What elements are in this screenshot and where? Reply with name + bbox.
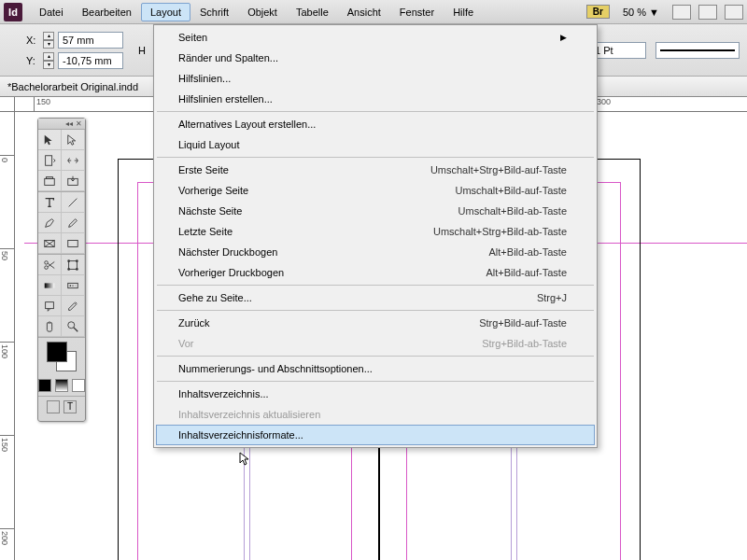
menu-shortcut: Umschalt+Bild-auf-Taste xyxy=(455,185,567,196)
ruler-vertical[interactable]: 050100150200 xyxy=(0,112,15,560)
menu-shortcut: Alt+Bild-ab-Taste xyxy=(489,246,567,258)
menu-item[interactable]: ZurückStrg+Bild-auf-Taste xyxy=(156,313,595,333)
menu-item-label: Vorheriger Druckbogen xyxy=(178,267,284,278)
apply-none-icon[interactable] xyxy=(72,379,85,392)
page-tool[interactable] xyxy=(38,150,62,171)
content-placer-tool[interactable] xyxy=(62,171,85,191)
menu-item[interactable]: Hilfslinien erstellen... xyxy=(156,89,595,109)
svg-point-15 xyxy=(76,268,78,271)
stroke-weight-select[interactable]: 1 Pt xyxy=(590,42,646,59)
fill-stroke-indicator[interactable] xyxy=(47,342,77,371)
ruler-tick: 150 xyxy=(0,435,15,452)
svg-line-23 xyxy=(74,327,78,330)
view-mode-icon[interactable] xyxy=(672,5,691,20)
ruler-tick: 100 xyxy=(0,342,15,358)
menu-item-label: Erste Seite xyxy=(178,164,229,175)
zoom-tool[interactable] xyxy=(62,316,85,337)
menu-item[interactable]: Hilfslinien... xyxy=(156,68,595,89)
y-label: Y: xyxy=(26,55,39,66)
svg-rect-21 xyxy=(46,301,54,308)
hand-tool[interactable] xyxy=(38,316,62,337)
menu-item[interactable]: Inhaltsverzeichnis... xyxy=(156,384,595,404)
menu-item: Inhaltsverzeichnis aktualisieren xyxy=(156,404,595,425)
menu-item[interactable]: Gehe zu Seite...Strg+J xyxy=(156,287,595,308)
menu-item[interactable]: Nächster DruckbogenAlt+Bild-ab-Taste xyxy=(156,242,595,262)
menu-item[interactable]: Ränder und Spalten... xyxy=(156,48,595,68)
menu-item[interactable]: Vorheriger DruckbogenAlt+Bild-auf-Taste xyxy=(156,262,595,283)
menu-item-label: Alternatives Layout erstellen... xyxy=(178,119,316,130)
pencil-tool[interactable] xyxy=(62,213,85,233)
rectangle-frame-tool[interactable] xyxy=(38,233,62,254)
menu-layout[interactable]: Layout xyxy=(141,3,190,21)
x-spinner[interactable]: ▴▾ xyxy=(43,32,54,49)
menu-item[interactable]: Vorherige SeiteUmschalt+Bild-auf-Taste xyxy=(156,180,595,201)
menu-schrift[interactable]: Schrift xyxy=(190,3,238,21)
menu-objekt[interactable]: Objekt xyxy=(238,3,287,21)
close-icon[interactable]: ✕ xyxy=(76,119,82,128)
menu-item[interactable]: Letzte SeiteUmschalt+Strg+Bild-ab-Taste xyxy=(156,221,595,242)
menu-shortcut: Umschalt+Bild-ab-Taste xyxy=(458,205,567,217)
screen-mode-icon[interactable] xyxy=(698,5,717,20)
pen-tool[interactable] xyxy=(38,213,62,233)
arrange-icon[interactable] xyxy=(725,5,743,20)
x-label: X: xyxy=(26,35,39,46)
menu-item[interactable]: Liquid Layout xyxy=(156,134,595,155)
menu-fenster[interactable]: Fenster xyxy=(390,3,444,21)
ruler-origin[interactable] xyxy=(0,97,15,112)
menu-shortcut: Strg+Bild-auf-Taste xyxy=(479,317,567,329)
menu-ansicht[interactable]: Ansicht xyxy=(338,3,390,21)
rectangle-tool[interactable] xyxy=(62,233,85,254)
menu-item[interactable]: Nummerierungs- und Abschnittsoptionen... xyxy=(156,358,595,379)
svg-rect-16 xyxy=(45,283,55,287)
menu-item-label: Nächster Druckbogen xyxy=(178,246,277,258)
menu-shortcut: Umschalt+Strg+Bild-auf-Taste xyxy=(430,164,567,175)
menu-shortcut: Strg+J xyxy=(537,292,567,303)
stroke-style-select[interactable] xyxy=(655,42,740,59)
menu-item-label: Gehe zu Seite... xyxy=(178,292,252,303)
text-format-icon[interactable]: T xyxy=(63,400,77,413)
apply-color-icon[interactable] xyxy=(38,379,51,392)
menu-tabelle[interactable]: Tabelle xyxy=(287,3,338,21)
y-spinner[interactable]: ▴▾ xyxy=(43,52,54,69)
container-format-icon[interactable] xyxy=(47,400,60,413)
menu-item[interactable]: Nächste SeiteUmschalt+Bild-ab-Taste xyxy=(156,201,595,221)
bridge-button[interactable]: Br xyxy=(586,5,610,19)
gradient-feather-tool[interactable] xyxy=(62,275,85,296)
toolbox-header[interactable]: ◂◂ ✕ xyxy=(38,119,85,130)
eyedropper-tool[interactable] xyxy=(62,296,85,316)
ruler-tick: 200 xyxy=(0,528,15,545)
note-tool[interactable] xyxy=(38,296,62,316)
menu-item-label: Hilfslinien erstellen... xyxy=(178,93,273,105)
apply-gradient-icon[interactable] xyxy=(55,379,68,392)
gap-tool[interactable] xyxy=(62,150,85,171)
svg-point-9 xyxy=(45,260,49,264)
menu-item[interactable]: Erste SeiteUmschalt+Strg+Bild-auf-Taste xyxy=(156,160,595,180)
menu-item[interactable]: Inhaltsverzeichnisformate... xyxy=(156,425,595,445)
ruler-tick: 50 xyxy=(0,248,15,260)
menu-item: VorStrg+Bild-ab-Taste xyxy=(156,333,595,354)
content-collector-tool[interactable] xyxy=(38,171,62,191)
direct-selection-tool[interactable] xyxy=(62,130,85,150)
svg-point-18 xyxy=(70,285,72,287)
selection-tool[interactable] xyxy=(38,130,62,150)
gradient-swatch-tool[interactable] xyxy=(38,275,62,296)
menu-item[interactable]: Alternatives Layout erstellen... xyxy=(156,114,595,134)
menu-item[interactable]: Seiten▶ xyxy=(156,27,595,48)
svg-line-4 xyxy=(69,198,78,206)
menu-item-label: Liquid Layout xyxy=(178,139,239,150)
collapse-icon[interactable]: ◂◂ xyxy=(65,119,73,128)
menu-item-label: Inhaltsverzeichnisformate... xyxy=(178,429,303,441)
menu-hilfe[interactable]: Hilfe xyxy=(444,3,483,21)
svg-rect-0 xyxy=(46,155,52,165)
y-input[interactable] xyxy=(58,52,123,69)
svg-point-13 xyxy=(76,259,78,262)
menu-item-label: Vorherige Seite xyxy=(178,185,248,196)
zoom-level[interactable]: 50 % ▼ xyxy=(617,5,665,20)
free-transform-tool[interactable] xyxy=(62,255,85,275)
x-input[interactable] xyxy=(58,32,123,49)
line-tool[interactable] xyxy=(62,192,85,213)
menu-bearbeiten[interactable]: Bearbeiten xyxy=(73,3,141,21)
scissors-tool[interactable] xyxy=(38,255,62,275)
type-tool[interactable] xyxy=(38,192,62,213)
menu-datei[interactable]: Datei xyxy=(30,3,73,21)
